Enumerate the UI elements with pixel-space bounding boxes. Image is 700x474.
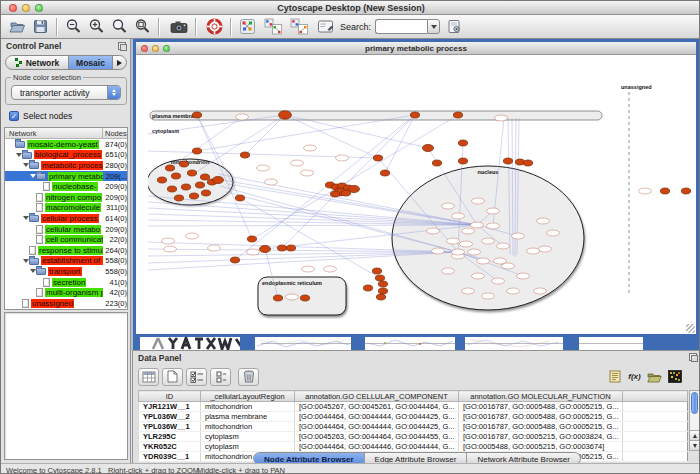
tree-node-label[interactable]: primary metabo bbox=[48, 172, 106, 181]
expand-triangle-icon[interactable] bbox=[16, 153, 22, 157]
tree-col-divider[interactable] bbox=[102, 128, 103, 138]
expand-triangle-icon[interactable] bbox=[23, 216, 29, 220]
gene-node[interactable] bbox=[277, 245, 286, 251]
tree-node-label[interactable]: unassigned bbox=[31, 299, 74, 308]
gene-node[interactable] bbox=[179, 161, 188, 167]
tree-node-label[interactable]: macromolecule bbox=[45, 203, 101, 212]
gene-node[interactable] bbox=[372, 268, 381, 274]
table-cell[interactable]: [GO:0045267, GO:0045261, GO:0044464, G..… bbox=[295, 402, 459, 412]
gene-node[interactable] bbox=[259, 245, 270, 252]
expand-slot[interactable] bbox=[29, 269, 36, 273]
table-cell[interactable]: [GO:0045263, GO:0044464, GO:0044455, G..… bbox=[295, 432, 459, 442]
gene-node[interactable] bbox=[201, 190, 210, 196]
annotation-icon[interactable] bbox=[315, 17, 335, 37]
node-label-bubble[interactable] bbox=[497, 243, 510, 249]
attribute-report-icon[interactable] bbox=[607, 370, 622, 384]
gene-node[interactable] bbox=[523, 160, 532, 166]
combo-stepper-icon[interactable] bbox=[107, 86, 120, 99]
gene-node[interactable] bbox=[410, 112, 419, 118]
table-row[interactable]: YJR121W__1mitochondrion[GO:0045267, GO:0… bbox=[139, 402, 688, 412]
gene-node[interactable] bbox=[660, 188, 669, 194]
node-label-bubble[interactable] bbox=[534, 288, 547, 294]
tree-row[interactable]: cellular process614(0) bbox=[5, 213, 127, 224]
gene-node[interactable] bbox=[380, 170, 389, 176]
edge[interactable] bbox=[285, 115, 378, 158]
expand-triangle-icon[interactable] bbox=[30, 269, 36, 273]
copy-network-icon[interactable] bbox=[263, 17, 283, 37]
tree-node-label[interactable]: metabolic process bbox=[41, 161, 107, 170]
gene-node[interactable] bbox=[432, 160, 441, 166]
attribute-matrix-icon[interactable] bbox=[667, 370, 682, 384]
gene-node[interactable] bbox=[373, 155, 382, 161]
node-label-bubble[interactable] bbox=[442, 268, 455, 274]
gene-node[interactable] bbox=[171, 173, 180, 179]
node-label-bubble[interactable] bbox=[442, 203, 455, 209]
snapshot-camera-icon[interactable] bbox=[169, 17, 189, 37]
node-label-bubble[interactable] bbox=[517, 273, 530, 279]
edge[interactable] bbox=[245, 115, 285, 155]
edge[interactable] bbox=[190, 115, 285, 176]
node-label-bubble[interactable] bbox=[304, 145, 317, 151]
node-label-bubble[interactable] bbox=[527, 248, 540, 254]
search-config-icon[interactable] bbox=[444, 17, 464, 37]
network-canvas[interactable]: plasma membrane cytoplasm mitochondrion … bbox=[136, 55, 696, 334]
gene-node[interactable] bbox=[376, 294, 385, 300]
select-attributes-button[interactable] bbox=[138, 368, 159, 386]
node-label-bubble[interactable] bbox=[301, 170, 314, 176]
node-label-bubble[interactable] bbox=[507, 288, 520, 294]
tree-node-label[interactable]: biological_process bbox=[34, 150, 102, 159]
tree-row[interactable]: Overview8(0) bbox=[5, 309, 127, 311]
expand-slot[interactable] bbox=[15, 153, 22, 157]
gene-node[interactable] bbox=[240, 152, 249, 158]
table-cell[interactable]: [GO:0016787, GO:0005488, GO:0005215, G..… bbox=[459, 402, 623, 412]
table-cell[interactable]: [GO:0016787, GO:0005215, GO:0003824, G..… bbox=[459, 432, 623, 442]
table-cell[interactable]: [GO:0044464, GO:0044444, GO:0044425, G..… bbox=[295, 412, 459, 422]
table-cell[interactable]: [GO:0044464, GO:0044446, GO:0044444, G..… bbox=[295, 442, 459, 452]
network-view-icon[interactable] bbox=[289, 17, 309, 37]
tree-row[interactable]: nitrogen compo209(0) bbox=[5, 192, 127, 203]
gene-node[interactable] bbox=[458, 158, 467, 164]
table-row[interactable]: YPL036W__2plasma membrane[GO:0044464, GO… bbox=[139, 412, 688, 422]
node-label-bubble[interactable] bbox=[286, 294, 299, 300]
tree-node-label[interactable]: cell communicat bbox=[45, 235, 104, 244]
node-label-bubble[interactable] bbox=[164, 246, 177, 252]
gene-node[interactable] bbox=[187, 170, 196, 176]
node-label-bubble[interactable] bbox=[432, 248, 445, 254]
gene-node[interactable] bbox=[503, 158, 512, 164]
node-label-bubble[interactable] bbox=[247, 249, 260, 255]
tree-row[interactable]: macromolecule311(0) bbox=[5, 203, 127, 214]
table-cell[interactable]: YLR295C bbox=[139, 432, 201, 442]
save-session-icon[interactable] bbox=[30, 17, 50, 37]
attribute-checklist-button[interactable] bbox=[186, 368, 207, 386]
node-label-bubble[interactable] bbox=[487, 223, 500, 229]
expand-slot[interactable] bbox=[29, 174, 36, 178]
tree-header[interactable]: Network Nodes bbox=[5, 128, 127, 139]
tree-node-label[interactable]: mosaic-demo-yeast bbox=[27, 140, 99, 149]
tree-node-label[interactable]: nitrogen compo bbox=[45, 193, 102, 202]
tree-row[interactable]: biological_process651(0) bbox=[5, 150, 127, 161]
node-label-bubble[interactable] bbox=[291, 160, 304, 166]
zoom-in-icon[interactable] bbox=[86, 17, 106, 37]
gene-node[interactable] bbox=[167, 186, 176, 192]
network-graph[interactable]: plasma membrane cytoplasm mitochondrion … bbox=[148, 56, 693, 333]
expand-slot[interactable] bbox=[22, 163, 29, 167]
resize-grip[interactable] bbox=[686, 324, 695, 333]
col-region[interactable]: _cellularLayoutRegion bbox=[201, 391, 295, 402]
network-view-window[interactable]: primary metabolic process plasma membran… bbox=[133, 39, 699, 337]
table-cell[interactable]: cytoplasm bbox=[201, 432, 295, 442]
node-label-bubble[interactable] bbox=[427, 228, 440, 234]
expand-slot[interactable] bbox=[22, 259, 29, 263]
tree-row[interactable]: response to stimulu264(0) bbox=[5, 245, 127, 256]
gene-node[interactable] bbox=[192, 148, 201, 154]
gene-node[interactable] bbox=[378, 281, 387, 287]
node-label-bubble[interactable] bbox=[482, 293, 495, 299]
gene-node[interactable] bbox=[192, 112, 201, 118]
gene-node[interactable] bbox=[247, 236, 256, 242]
tree-row[interactable]: secretion41(0) bbox=[5, 277, 127, 288]
scroll-up-button[interactable] bbox=[690, 430, 699, 440]
node-label-bubble[interactable] bbox=[462, 228, 475, 234]
table-cell[interactable]: mitochondrion bbox=[201, 422, 295, 432]
tree-node-label[interactable]: cellular process bbox=[41, 214, 99, 223]
gene-node[interactable] bbox=[165, 165, 174, 171]
scroll-down-button[interactable] bbox=[690, 440, 699, 450]
